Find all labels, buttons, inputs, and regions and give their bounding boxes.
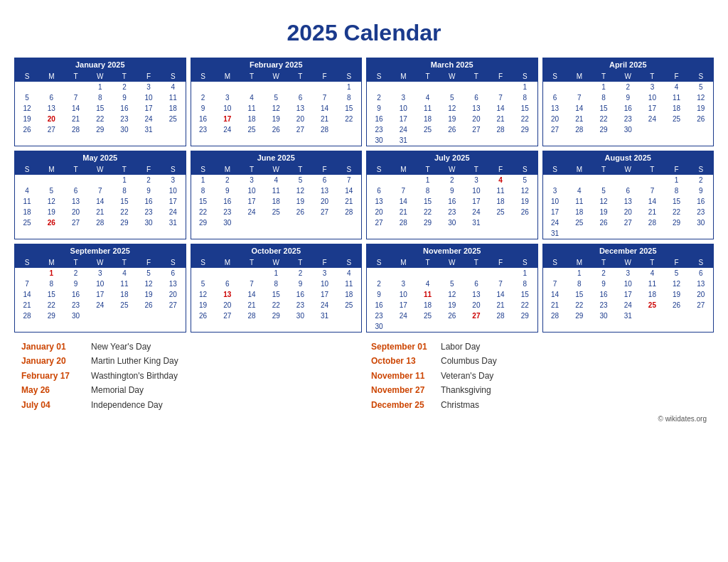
day-cell: 6 — [313, 175, 337, 185]
day-cell: 7 — [337, 175, 361, 185]
month-block: February 2025SMTWTFS12345678910111213141… — [191, 58, 363, 146]
day-cell — [337, 217, 361, 228]
month-block: September 2025SMTWTFS1234567891011121314… — [14, 244, 186, 333]
day-cell: 24 — [136, 114, 161, 124]
day-cell: 19 — [191, 300, 215, 310]
day-cell: 25 — [488, 207, 513, 217]
day-cell — [640, 310, 664, 321]
day-cell — [640, 175, 664, 185]
day-cell: 7 — [391, 185, 415, 196]
day-cell: 9 — [191, 103, 215, 114]
day-cell: 29 — [191, 217, 215, 228]
holidays-section: January 01New Year's DayJanuary 20Martin… — [14, 340, 714, 412]
day-cell: 3 — [640, 82, 664, 92]
day-header: S — [337, 164, 361, 175]
day-cell: 11 — [161, 92, 185, 103]
day-cell: 1 — [567, 268, 592, 279]
day-cell: 29 — [39, 310, 63, 321]
day-header: S — [689, 71, 713, 82]
day-cell: 20 — [39, 114, 63, 124]
day-cell: 27 — [313, 207, 337, 217]
day-cell: 25 — [665, 114, 689, 124]
day-header: W — [440, 164, 464, 175]
day-cell: 4 — [264, 175, 288, 185]
day-cell — [689, 310, 713, 321]
day-cell: 5 — [264, 92, 288, 103]
month-header: October 2025 — [191, 244, 362, 257]
day-cell: 20 — [464, 300, 488, 310]
day-cell — [240, 268, 264, 279]
day-header: F — [313, 164, 337, 175]
month-table: SMTWTFS123456789101112131415161718192021… — [543, 71, 714, 135]
day-cell — [215, 268, 240, 279]
day-cell: 23 — [112, 114, 136, 124]
month-header: September 2025 — [15, 244, 186, 257]
page: 2025 Calendar January 2025SMTWTFS1234567… — [14, 14, 714, 423]
day-cell: 10 — [391, 103, 415, 114]
day-header: T — [592, 257, 616, 268]
day-cell: 19 — [440, 114, 464, 124]
day-cell — [161, 310, 185, 321]
day-cell: 22 — [88, 114, 112, 124]
holiday-name: Thanksgiving — [441, 383, 491, 397]
day-cell: 24 — [543, 217, 567, 228]
day-cell: 2 — [440, 175, 464, 185]
day-cell: 19 — [513, 196, 537, 207]
day-cell — [112, 310, 136, 321]
day-cell: 9 — [136, 185, 161, 196]
day-cell: 31 — [616, 310, 640, 321]
day-header: F — [665, 164, 689, 175]
day-cell: 16 — [367, 300, 391, 310]
holiday-name: Labor Day — [441, 340, 480, 354]
day-cell — [240, 82, 264, 92]
day-cell: 14 — [313, 103, 337, 114]
day-header: F — [136, 257, 161, 268]
day-cell: 18 — [665, 103, 689, 114]
day-header: T — [464, 71, 488, 82]
day-cell: 5 — [15, 92, 39, 103]
day-header: M — [39, 164, 63, 175]
day-cell: 18 — [488, 196, 513, 207]
day-cell: 9 — [440, 185, 464, 196]
day-header: M — [567, 164, 592, 175]
day-cell — [391, 175, 415, 185]
day-cell: 18 — [264, 196, 288, 207]
day-cell: 11 — [240, 103, 264, 114]
day-cell: 5 — [440, 279, 464, 289]
day-cell: 19 — [15, 114, 39, 124]
day-cell: 29 — [513, 310, 537, 321]
month-table: SMTWTFS123456789101112131415161718192021… — [191, 257, 362, 321]
day-cell: 24 — [240, 207, 264, 217]
day-cell — [313, 82, 337, 92]
day-cell — [567, 228, 592, 239]
day-cell — [313, 217, 337, 228]
day-cell — [640, 124, 664, 135]
day-header: S — [367, 257, 391, 268]
day-cell: 15 — [191, 196, 215, 207]
day-cell — [391, 321, 415, 332]
day-cell: 28 — [488, 124, 513, 135]
day-cell: 19 — [665, 289, 689, 300]
month-table: SMTWTFS123456789101112131415161718192021… — [367, 257, 537, 332]
day-header: W — [616, 71, 640, 82]
day-header: S — [15, 71, 39, 82]
day-cell: 22 — [513, 114, 537, 124]
day-cell: 7 — [88, 185, 112, 196]
holiday-name: Veteran's Day — [441, 369, 493, 383]
day-cell: 11 — [15, 196, 39, 207]
day-cell: 26 — [440, 124, 464, 135]
holiday-row: September 01Labor Day — [371, 340, 707, 354]
day-cell — [440, 321, 464, 332]
day-cell — [464, 321, 488, 332]
month-block: October 2025SMTWTFS123456789101112131415… — [191, 244, 363, 333]
day-cell: 13 — [543, 103, 567, 114]
day-header: T — [112, 257, 136, 268]
day-cell: 25 — [415, 124, 439, 135]
holiday-date: October 13 — [371, 354, 435, 368]
day-cell: 30 — [689, 217, 713, 228]
holiday-date: November 11 — [371, 369, 435, 383]
day-cell: 6 — [63, 185, 87, 196]
day-cell: 18 — [567, 207, 592, 217]
day-cell: 5 — [689, 82, 713, 92]
day-cell: 21 — [240, 300, 264, 310]
